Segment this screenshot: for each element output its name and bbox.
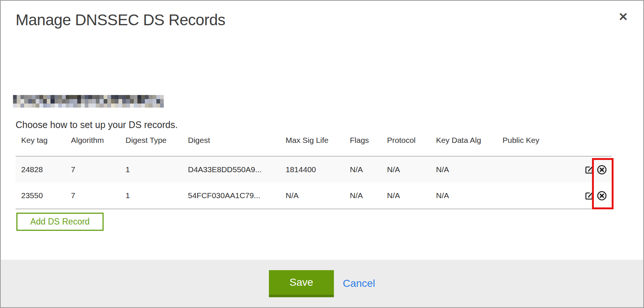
table-header-row: Key tag Algorithm Digest Type Digest Max… [16,133,612,157]
delete-icon [597,170,607,176]
cancel-link[interactable]: Cancel [343,278,375,289]
cell-digest: D4A33E8DD550A9... [182,165,280,174]
delete-icon [597,196,607,202]
column-header-key-data-alg: Key Data Alg [430,133,497,156]
column-header-flags: Flags [344,133,381,156]
cell-protocol: N/A [381,191,430,200]
cell-key-tag: 23550 [16,191,65,200]
cell-flags: N/A [344,165,381,174]
cell-algorithm: 7 [65,191,120,200]
column-header-digest-type: Digest Type [120,133,182,156]
cell-max-sig-life: 1814400 [280,165,344,174]
column-header-protocol: Protocol [381,133,430,156]
modal-footer: Save Cancel [1,260,643,307]
cell-key-data-alg: N/A [430,165,497,174]
cell-max-sig-life: N/A [280,191,344,200]
cell-digest-type: 1 [120,165,182,174]
column-header-public-key: Public Key [497,133,553,156]
row-actions [553,165,612,175]
cell-algorithm: 7 [65,165,120,174]
ds-records-table: Key tag Algorithm Digest Type Digest Max… [16,133,612,209]
column-header-digest: Digest [182,133,280,156]
edit-record-button[interactable] [585,191,594,200]
column-header-max-sig-life: Max Sig Life [280,133,344,156]
delete-record-button[interactable] [597,191,607,201]
cell-digest-type: 1 [120,191,182,200]
cell-digest: 54FCF030AA1C79... [182,191,280,200]
table-row: 24828 7 1 D4A33E8DD550A9... 1814400 N/A … [16,157,612,183]
column-header-algorithm: Algorithm [65,133,120,156]
redacted-domain-text [13,95,164,108]
edit-icon [585,196,594,201]
table-row: 23550 7 1 54FCF030AA1C79... N/A N/A N/A … [16,183,612,209]
edit-record-button[interactable] [585,165,594,174]
cell-key-data-alg: N/A [430,191,497,200]
manage-dnssec-ds-records-modal: Manage DNSSEC DS Records ✕ Choose how to… [0,0,644,308]
delete-record-button[interactable] [597,165,607,175]
table-bottom-border [16,209,612,209]
column-header-key-tag: Key tag [16,133,65,156]
cell-protocol: N/A [381,165,430,174]
edit-icon [585,170,594,176]
add-ds-record-button[interactable]: Add DS Record [16,213,104,231]
instruction-text: Choose how to set up your DS records. [16,119,178,130]
save-button[interactable]: Save [269,270,334,297]
column-header-actions [553,133,612,156]
cell-key-tag: 24828 [16,165,65,174]
cell-flags: N/A [344,191,381,200]
row-actions [553,191,612,201]
close-icon[interactable]: ✕ [616,10,631,24]
modal-title: Manage DNSSEC DS Records [16,11,225,29]
